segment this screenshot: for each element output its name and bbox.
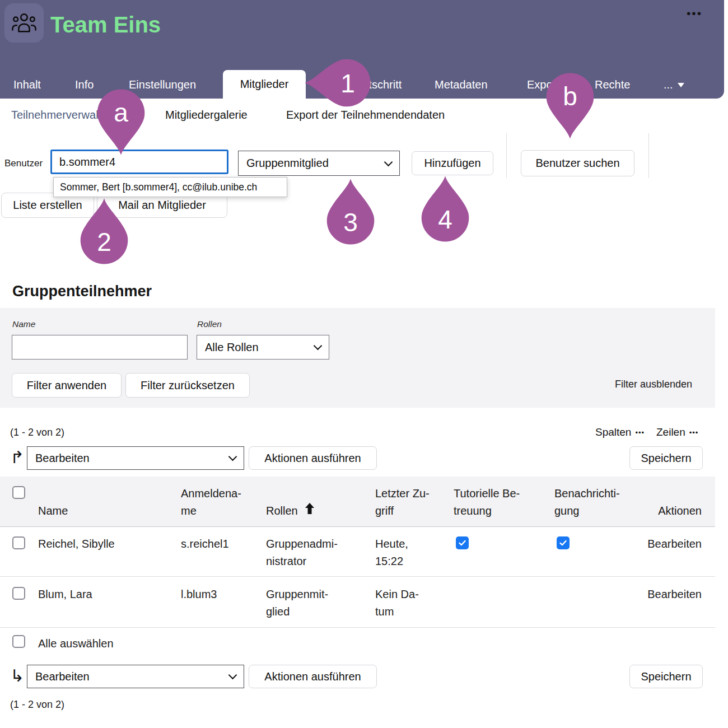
row-checkbox[interactable] [12, 587, 25, 600]
filter-name-label: Name [12, 319, 35, 329]
col-header-tutorielle-betreuung[interactable]: Tutorielle Be- treuung [454, 485, 546, 520]
tab-mitglieder[interactable]: Mitglieder [223, 70, 306, 99]
marker-label-4: 4 [419, 195, 471, 244]
speichern-button-top[interactable]: Speichern [629, 446, 703, 470]
header-kebab-icon[interactable]: ••• [687, 7, 702, 20]
member-name: Blum, Lara [38, 586, 92, 603]
columns-kebab-icon: ••• [635, 428, 645, 437]
speichern-button-bottom[interactable]: Speichern [629, 665, 703, 688]
tab-metadaten[interactable]: Metadaten [435, 78, 488, 91]
action-select-top-value: Bearbeiten [35, 452, 90, 465]
row-checkbox[interactable] [12, 536, 25, 549]
action-select-top[interactable]: Bearbeiten [27, 446, 244, 470]
member-role: Gruppenadmi- nistrator [266, 535, 350, 570]
aktionen-ausfuehren-bottom-label: Aktionen ausführen [264, 670, 361, 683]
row-divider [0, 576, 715, 577]
columns-menu[interactable]: Spalten ••• [595, 426, 645, 438]
tab-lernfortschritt[interactable]: Lernfortschritt [333, 78, 402, 91]
tab-einstellungen[interactable]: Einstellungen [129, 78, 196, 91]
alle-auswaehlen-checkbox[interactable] [12, 635, 25, 648]
caret-down-icon [678, 83, 684, 87]
member-login: s.reichel1 [181, 535, 229, 553]
group-object-tile [4, 3, 44, 43]
chevron-down-icon [384, 157, 393, 166]
autocomplete-suggestion-text: Sommer, Bert [b.sommer4], cc@ilub.unibe.… [60, 181, 257, 193]
alle-auswaehlen-label: Alle auswählen [38, 635, 114, 652]
speichern-top-label: Speichern [641, 452, 691, 465]
result-count-top: (1 - 2 von 2) [10, 427, 64, 438]
columns-menu-label: Spalten [595, 426, 631, 438]
member-last-access: Heute, 15:22 [375, 535, 437, 570]
row-bearbeiten-link[interactable]: Bearbeiten [644, 586, 702, 603]
tab-inhalt[interactable]: Inhalt [13, 78, 41, 91]
col-header-benachrichtigung[interactable]: Benachrichti- gung [554, 485, 638, 520]
marker-label-2: 2 [78, 218, 130, 266]
benutzer-suchen-button[interactable]: Benutzer suchen [521, 150, 634, 176]
role-select-value: Gruppenmitglied [246, 157, 329, 170]
action-select-bottom-value: Bearbeiten [35, 670, 90, 683]
filter-rollen-select[interactable]: Alle Rollen [197, 335, 329, 360]
hinzufuegen-button-label: Hinzufügen [424, 157, 480, 170]
subtab-export-teilnehmendendaten[interactable]: Export der Teilnehmendendaten [286, 109, 445, 122]
subtab-mitgliedergalerie[interactable]: Mitgliedergalerie [165, 109, 248, 122]
apply-down-arrow-icon: ↳ [10, 668, 24, 684]
select-all-header-checkbox[interactable] [12, 486, 25, 499]
chevron-down-icon [228, 671, 237, 680]
filter-zuruecksetzen-button[interactable]: Filter zurücksetzen [125, 373, 250, 398]
role-select[interactable]: Gruppenmitglied [238, 151, 400, 176]
rows-menu-label: Zeilen [656, 426, 685, 438]
action-select-bottom[interactable]: Bearbeiten [27, 665, 244, 688]
group-people-icon [11, 10, 37, 36]
tab-overflow-label: ... [664, 78, 673, 91]
filter-anwenden-label: Filter anwenden [27, 379, 106, 392]
hinzufuegen-button[interactable]: Hinzufügen [412, 151, 493, 175]
member-last-access: Kein Da- tum [375, 586, 437, 620]
row-bearbeiten-link[interactable]: Bearbeiten [644, 535, 702, 553]
aktionen-ausfuehren-button-top[interactable]: Aktionen ausführen [249, 446, 377, 470]
tutor-checkbox-checked[interactable] [456, 536, 469, 549]
marker-pin-3 [325, 179, 376, 246]
subtab-teilnehmerverwaltung[interactable]: Teilnehmerverwaltung [11, 109, 120, 122]
filter-name-input[interactable] [12, 335, 188, 360]
liste-erstellen-button-label: Liste erstellen [13, 199, 82, 212]
speichern-bottom-label: Speichern [641, 670, 691, 683]
marker-pin-4 [419, 176, 471, 243]
chevron-down-icon [228, 452, 237, 461]
marker-label-3: 3 [325, 198, 376, 246]
page-title: Team Eins [50, 12, 161, 38]
sort-ascending-icon[interactable] [305, 503, 314, 516]
member-role: Gruppenmit- glied [266, 586, 350, 620]
notification-checkbox-checked[interactable] [557, 536, 570, 549]
tab-export[interactable]: Export [527, 78, 559, 91]
benutzer-suchen-button-label: Benutzer suchen [535, 157, 619, 170]
tab-overflow[interactable]: ... [664, 78, 684, 91]
mail-an-mitglieder-button-label: Mail an Mitglieder [118, 199, 206, 212]
col-header-letzter-zugriff[interactable]: Letzter Zu- griff [375, 485, 440, 520]
filter-zuruecksetzen-label: Filter zurücksetzen [141, 379, 235, 392]
member-login: l.blum3 [181, 586, 217, 603]
filter-anwenden-button[interactable]: Filter anwenden [12, 373, 122, 398]
filter-ausblenden-link[interactable]: Filter ausblenden [615, 379, 692, 390]
member-name: Reichel, Sibylle [38, 535, 115, 553]
filter-rollen-label: Rollen [197, 319, 222, 329]
col-header-aktionen: Aktionen [644, 502, 702, 520]
result-count-bottom: (1 - 2 von 2) [10, 699, 64, 711]
chevron-down-icon [314, 342, 323, 351]
rows-menu[interactable]: Zeilen ••• [656, 426, 698, 438]
filter-rollen-select-value: Alle Rollen [205, 341, 259, 354]
rows-kebab-icon: ••• [689, 428, 699, 437]
autocomplete-suggestion[interactable]: Sommer, Bert [b.sommer4], cc@ilub.unibe.… [53, 177, 287, 197]
row-divider [0, 627, 715, 628]
col-header-rollen[interactable]: Rollen [266, 502, 298, 520]
tab-rechte[interactable]: Rechte [595, 78, 630, 91]
col-header-anmeldename[interactable]: Anmeldena- me [181, 485, 256, 520]
section-title: Gruppenteilnehmer [12, 283, 152, 300]
apply-up-arrow-icon: ↱ [10, 449, 24, 466]
tab-info[interactable]: Info [75, 78, 94, 91]
tab-mitglieder-label: Mitglieder [240, 78, 289, 91]
benutzer-input[interactable] [50, 150, 228, 174]
toolbar-divider [506, 133, 507, 178]
benutzer-label: Benutzer [4, 158, 43, 169]
col-header-name[interactable]: Name [38, 502, 68, 520]
aktionen-ausfuehren-button-bottom[interactable]: Aktionen ausführen [249, 665, 377, 688]
